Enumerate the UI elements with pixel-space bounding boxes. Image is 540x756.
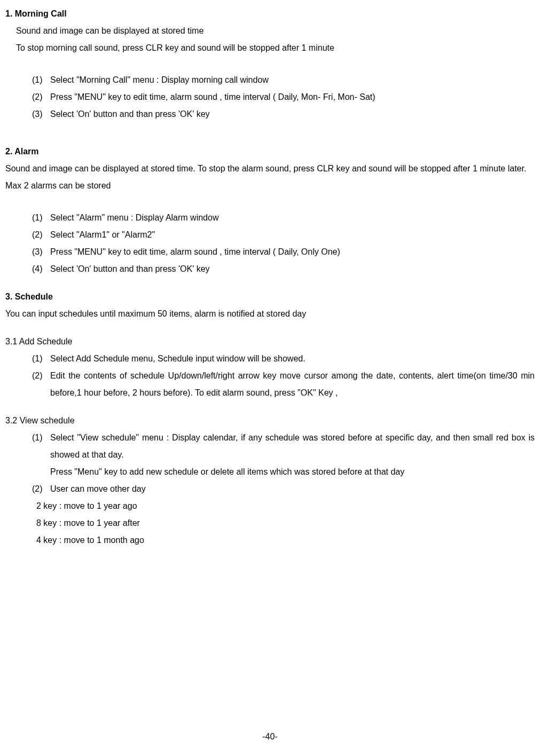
step-text-main: Select "View schedule" menu : Display ca… [50,433,535,459]
section1-steps: (1) Select "Morning Call" menu : Display… [5,72,535,123]
section3-sub2-steps: (1) Select "View schedule" menu : Displa… [5,429,535,498]
step-text: User can move other day [50,481,535,498]
step-text: Select Add Schedule menu, Schedule input… [50,350,535,367]
step-item: (1) Select "View schedule" menu : Displa… [32,429,535,481]
step-item: (1) Select "Alarm" menu : Display Alarm … [32,209,535,226]
step-text: Select "Alarm" menu : Display Alarm wind… [50,209,535,226]
section3-sub1-steps: (1) Select Add Schedule menu, Schedule i… [5,350,535,401]
step-number: (2) [32,367,50,401]
step-item: (2) Press "MENU" key to edit time, alarm… [32,89,535,106]
step-item: (3) Select 'On' button and than press 'O… [32,106,535,123]
step-number: (1) [32,429,50,481]
section2-intro: Sound and image can be displayed at stor… [5,160,535,194]
section1-intro-line1: Sound and image can be displayed at stor… [5,22,535,40]
step-text: Press "MENU" key to edit time, alarm sou… [50,89,535,106]
section2-steps: (1) Select "Alarm" menu : Display Alarm … [5,209,535,278]
step-number: (2) [32,89,50,106]
step-number: (1) [32,72,50,89]
step-number: (1) [32,209,50,226]
step-number: (3) [32,106,50,123]
step-text: Select 'On' button and than press 'OK' k… [50,106,535,123]
step-item: (2) User can move other day [32,481,535,498]
step-number: (3) [32,243,50,261]
section3-sub2-keylines: 2 key : move to 1 year ago 8 key : move … [5,498,535,549]
step-item: (2) Edit the contents of schedule Up/dow… [32,367,535,401]
keyline: 4 key : move to 1 month ago [36,532,535,549]
step-number: (2) [32,226,50,243]
keyline: 2 key : move to 1 year ago [36,498,535,515]
step-text: Select "View schedule" menu : Display ca… [50,429,535,481]
step-text-extra: Press "Menu" key to add new schedule or … [50,467,404,476]
step-item: (1) Select Add Schedule menu, Schedule i… [32,350,535,367]
keyline: 8 key : move to 1 year after [36,515,535,532]
section3-heading: 3. Schedule [5,288,535,305]
step-item: (3) Press "MENU" key to edit time, alarm… [32,243,535,261]
section3-sub2-heading: 3.2 View schedule [5,412,535,429]
step-number: (2) [32,481,50,498]
section2-heading: 2. Alarm [5,143,535,160]
step-number: (1) [32,350,50,367]
step-text: Select "Alarm1" or "Alarm2" [50,226,535,243]
step-text: Edit the contents of schedule Up/down/le… [50,367,535,401]
section1-intro-line2: To stop morning call sound, press CLR ke… [5,40,535,57]
step-text: Select 'On' button and than press 'OK' k… [50,261,535,278]
step-text: Select "Morning Call" menu : Display mor… [50,72,535,89]
step-text: Press "MENU" key to edit time, alarm sou… [50,243,535,261]
step-item: (1) Select "Morning Call" menu : Display… [32,72,535,89]
section1-heading: 1. Morning Call [5,5,535,22]
section3-sub1-heading: 3.1 Add Schedule [5,333,535,350]
page-number: -40- [0,728,540,745]
step-item: (2) Select "Alarm1" or "Alarm2" [32,226,535,243]
step-number: (4) [32,261,50,278]
section3-intro: You can input schedules until maximum 50… [5,305,535,322]
step-item: (4) Select 'On' button and than press 'O… [32,261,535,278]
